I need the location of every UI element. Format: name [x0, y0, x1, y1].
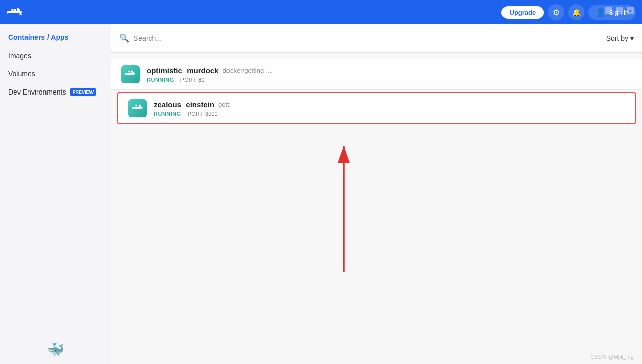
sidebar-bottom: 🐳 [0, 335, 111, 364]
container-box-icon [125, 69, 136, 80]
titlebar: Upgrade ⚙ 🔔 👤 Sign in ─ □ ✕ [0, 0, 642, 24]
container-row-selected[interactable]: zealous_einstein gett RUNNING PORT: 3000 [117, 92, 636, 124]
container-row[interactable]: optimistic_murdock docker/getting-... RU… [111, 59, 642, 90]
upgrade-button[interactable]: Upgrade [501, 6, 544, 19]
container-name-2: zealous_einstein [154, 100, 214, 109]
window-controls: ─ □ ✕ [605, 7, 634, 14]
sidebar-item-containers-label: Containers / Apps [8, 33, 68, 41]
container-info: optimistic_murdock docker/getting-... RU… [147, 66, 632, 83]
container-icon [121, 65, 140, 83]
container-meta: RUNNING PORT: 80 [147, 77, 632, 83]
titlebar-left [6, 5, 24, 19]
container-box-icon-2 [132, 103, 143, 114]
sidebar: Containers / Apps Images Volumes Dev Env… [0, 24, 111, 364]
container-image-2: gett [218, 101, 230, 108]
maximize-button[interactable]: □ [616, 7, 623, 14]
sidebar-item-containers[interactable]: Containers / Apps [0, 28, 111, 47]
container-list: optimistic_murdock docker/getting-... RU… [111, 53, 642, 364]
sort-button[interactable]: Sort by ▾ [606, 34, 634, 42]
svg-rect-14 [135, 105, 137, 107]
search-wrapper: 🔍 [119, 33, 601, 43]
container-info-2: zealous_einstein gett RUNNING PORT: 3000 [154, 100, 625, 117]
sidebar-item-volumes-label: Volumes [8, 70, 35, 78]
container-image: docker/getting-... [223, 67, 272, 74]
whale-bottom-icon: 🐳 [47, 341, 64, 358]
notification-button[interactable]: 🔔 [568, 4, 584, 20]
search-input[interactable] [133, 34, 601, 42]
sidebar-item-volumes[interactable]: Volumes [0, 65, 111, 83]
svg-rect-9 [128, 71, 130, 73]
app-body: Containers / Apps Images Volumes Dev Env… [0, 24, 642, 364]
search-icon: 🔍 [119, 33, 129, 43]
container-name-row-2: zealous_einstein gett [154, 100, 625, 109]
minimize-button[interactable]: ─ [605, 7, 612, 14]
docker-whale-icon [6, 5, 24, 19]
container-icon-2 [128, 99, 147, 117]
settings-icon: ⚙ [553, 8, 560, 17]
sidebar-item-devenv[interactable]: Dev Environments PREVIEW [0, 83, 111, 101]
sidebar-item-images[interactable]: Images [0, 47, 111, 65]
docker-logo [6, 5, 24, 19]
main-content: 🔍 Sort by ▾ [111, 24, 642, 364]
close-button[interactable]: ✕ [627, 7, 634, 14]
sort-label: Sort by [606, 34, 628, 42]
sidebar-item-devenv-label: Dev Environments [8, 88, 66, 96]
svg-rect-4 [14, 9, 16, 11]
svg-point-5 [19, 12, 21, 14]
watermark: CSDN @Myil_ing [590, 354, 634, 360]
port-badge: PORT: 80 [180, 77, 205, 83]
preview-badge: PREVIEW [70, 88, 96, 96]
chevron-down-icon: ▾ [630, 34, 634, 42]
status-badge-2: RUNNING [154, 111, 181, 117]
container-name-row: optimistic_murdock docker/getting-... [147, 66, 632, 75]
settings-button[interactable]: ⚙ [548, 4, 564, 20]
notification-icon: 🔔 [572, 8, 581, 16]
port-badge-2: PORT: 3000 [188, 111, 218, 117]
toolbar: 🔍 Sort by ▾ [111, 24, 642, 53]
sidebar-item-images-label: Images [8, 52, 31, 60]
container-meta-2: RUNNING PORT: 3000 [154, 111, 625, 117]
svg-rect-3 [11, 9, 13, 11]
container-name: optimistic_murdock [147, 66, 219, 75]
status-badge: RUNNING [147, 77, 174, 83]
